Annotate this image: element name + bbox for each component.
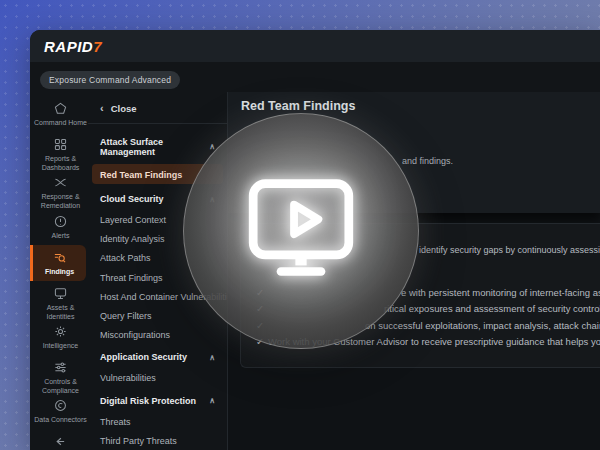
rail-item-reports-dashboards[interactable]: Reports & Dashboards xyxy=(30,132,88,170)
chevron-up-icon: ∧ xyxy=(209,353,215,362)
chevron-up-icon: ∧ xyxy=(209,396,215,405)
section-label: Attack Surface Management xyxy=(100,137,209,157)
nav-section-digital-risk-protection[interactable]: Digital Risk Protection ∧ xyxy=(88,388,227,412)
app-header: RAPID7 xyxy=(30,30,600,62)
checklist-item: ritical exposures and assessment of secu… xyxy=(384,303,600,314)
nav-section-attack-surface-management[interactable]: Attack Surface Management ∧ xyxy=(88,129,227,163)
logo-brand-text: RAPID xyxy=(44,38,93,55)
close-label: Close xyxy=(111,103,137,114)
controls-icon xyxy=(54,361,67,374)
findings-icon xyxy=(53,251,66,264)
intelligence-icon xyxy=(54,325,67,338)
rail-item-response-remediation[interactable]: Response & Remediation xyxy=(30,170,88,208)
product-badge: Exposure Command Advanced xyxy=(40,71,180,89)
rail-item-controls-compliance[interactable]: Controls & Compliance xyxy=(30,355,88,393)
nav-item-query-filters[interactable]: Query Filters xyxy=(88,306,227,325)
rail-label: Findings xyxy=(45,267,74,276)
alerts-icon xyxy=(54,215,67,228)
rail-item-data-connectors[interactable]: Data Connectors xyxy=(30,393,88,429)
rail-item-assets-identities[interactable]: Assets & Identities xyxy=(30,281,88,319)
nav-item-third-party-threats[interactable]: Third Party Threats xyxy=(88,431,227,450)
nav-item-threats[interactable]: Threats xyxy=(88,412,227,431)
section-label: Digital Risk Protection xyxy=(100,396,196,406)
home-icon xyxy=(54,102,67,115)
rail-item-command-home[interactable]: Command Home xyxy=(30,96,88,132)
rail-collapse-button[interactable] xyxy=(30,429,88,450)
assets-icon xyxy=(54,287,67,300)
section-label: Application Security xyxy=(100,352,187,362)
nav-item-misconfigurations[interactable]: Misconfigurations xyxy=(88,325,227,344)
close-button[interactable]: ‹ Close xyxy=(88,98,227,123)
section-label: Cloud Security xyxy=(100,194,164,204)
rail-label: Alerts xyxy=(52,231,70,240)
rapid7-logo: RAPID7 xyxy=(44,38,102,55)
rail-label: Data Connectors xyxy=(34,415,87,424)
video-monitor-play-icon xyxy=(240,175,362,288)
checklist-item: on successful exploitations, impact anal… xyxy=(365,320,600,331)
badge-row: Exposure Command Advanced xyxy=(30,62,600,92)
logo-accent-text: 7 xyxy=(93,38,102,55)
dashboards-icon xyxy=(54,138,67,151)
collapse-arrow-icon xyxy=(53,435,66,448)
card-intro-text: identify security gaps by continuously a… xyxy=(419,245,600,255)
rail-item-alerts[interactable]: Alerts xyxy=(30,209,88,245)
video-play-overlay[interactable] xyxy=(183,113,419,349)
checklist-item: e with persistent monitoring of internet… xyxy=(401,287,600,298)
icon-rail: Command Home Reports & Dashboards Respon… xyxy=(30,92,88,450)
rail-item-findings[interactable]: Findings xyxy=(30,245,86,281)
rail-item-intelligence[interactable]: Intelligence xyxy=(30,319,88,355)
page-title: Red Team Findings xyxy=(241,99,355,113)
nav-section-application-security[interactable]: Application Security ∧ xyxy=(88,344,227,368)
rail-label: Command Home xyxy=(34,118,87,127)
connectors-icon xyxy=(54,399,67,412)
nav-divider xyxy=(88,123,227,124)
chevron-left-icon: ‹ xyxy=(100,103,104,114)
page-description: and findings. xyxy=(402,156,453,166)
nav-item-vulnerabilities[interactable]: Vulnerabilities xyxy=(88,368,227,387)
response-icon xyxy=(54,176,67,189)
rail-label: Intelligence xyxy=(43,341,78,350)
